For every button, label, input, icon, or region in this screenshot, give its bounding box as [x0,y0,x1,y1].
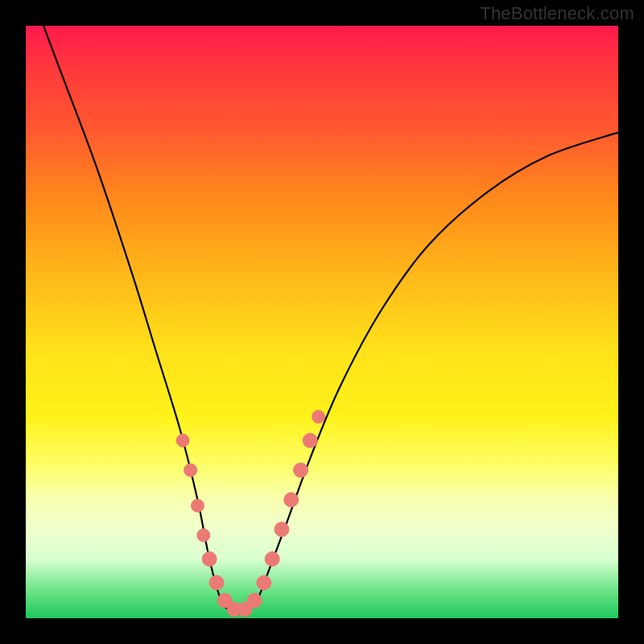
bead-marker [197,529,210,542]
bead-marker [202,551,217,566]
bead-marker [303,433,317,448]
bead-marker [184,464,197,477]
outer-frame: TheBottleneck.com [0,0,644,644]
bottleneck-curve [26,26,618,613]
bead-marker [209,576,224,590]
bead-marker [265,551,279,566]
bead-marker [257,576,271,590]
bead-marker [312,411,325,423]
bead-marker [284,493,299,507]
chart-svg [26,26,618,618]
bead-marker [176,434,189,447]
bead-marker [247,593,262,608]
bead-marker [294,463,308,477]
watermark-text: TheBottleneck.com [480,3,634,24]
plot-area [26,26,618,618]
bead-marker [191,499,204,512]
bead-marker [275,522,289,537]
bead-markers [176,411,325,617]
